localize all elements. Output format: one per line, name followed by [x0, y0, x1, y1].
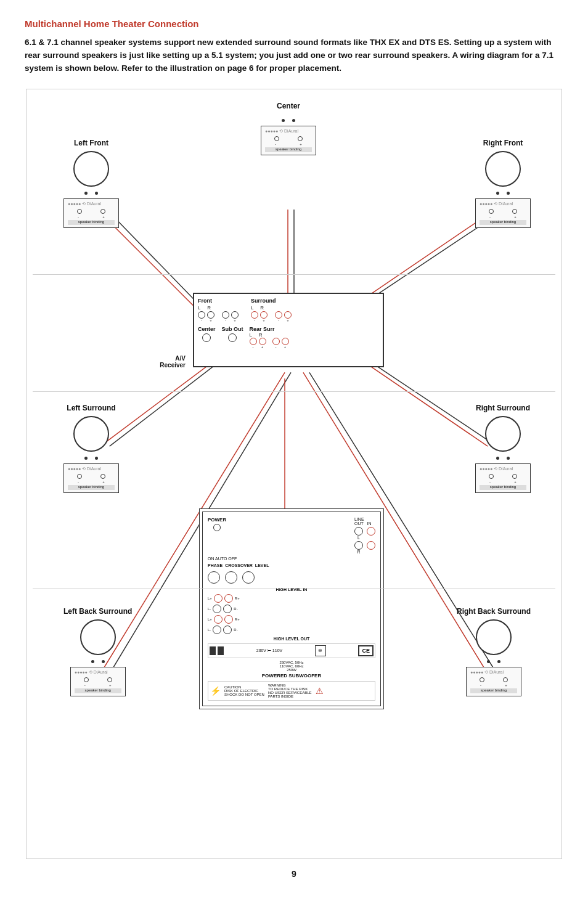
left-back-surround-label: Left Back Surround [63, 607, 132, 616]
right-front-label: Right Front [483, 139, 523, 147]
subwoofer: POWER LINE OUT IN L [199, 508, 384, 709]
right-front-speaker: Right Front ●●●●● ⟲ DiAural -+ speaker b… [475, 139, 531, 228]
right-back-surround-speaker: Right Back Surround ●●●●● ⟲ DiAural -+ s… [457, 607, 531, 696]
page-number: 9 [25, 869, 563, 879]
intro-text: 6.1 & 7.1 channel speaker systems suppor… [25, 36, 563, 75]
svg-line-8 [353, 354, 488, 446]
left-front-speaker: Left Front ●●●●● ⟲ DiAural -+ speaker bi… [63, 139, 119, 228]
diagram-container: Center ●●●●● ⟲ DiAural -+ speaker bindin… [26, 89, 562, 859]
right-surround-speaker: Right Surround ●●●●● ⟲ DiAural -+ speake… [475, 404, 531, 493]
left-surround-label: Left Surround [67, 404, 115, 412]
right-surround-label: Right Surround [476, 404, 530, 412]
left-surround-speaker: Left Surround ●●●●● ⟲ DiAural -+ speaker… [63, 404, 119, 493]
center-speaker: Center ●●●●● ⟲ DiAural -+ speaker bindin… [261, 102, 316, 155]
left-front-label: Left Front [74, 139, 108, 147]
center-label-text: Center [277, 102, 300, 110]
av-receiver: Front L R - + - [193, 293, 384, 367]
left-back-surround-speaker: Left Back Surround ●●●●● ⟲ DiAural -+ sp… [63, 607, 132, 696]
section-title: Multichannel Home Theater Connection [25, 18, 563, 29]
right-back-surround-label: Right Back Surround [457, 607, 531, 616]
